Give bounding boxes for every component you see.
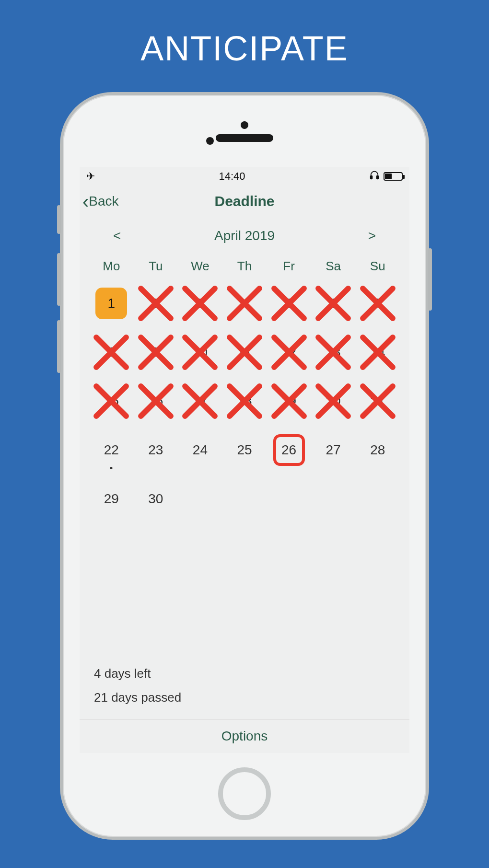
phone-volume-up — [57, 253, 61, 306]
day-cell[interactable]: 23 — [134, 427, 178, 473]
day-number: 16 — [140, 385, 172, 417]
nav-title: Deadline — [214, 193, 274, 209]
back-label: Back — [89, 194, 118, 209]
day-number: 3 — [184, 288, 216, 319]
day-number: 8 — [95, 336, 127, 368]
airplane-mode-icon: ✈ — [86, 170, 95, 183]
day-cell[interactable]: 27 — [311, 427, 356, 473]
day-number: 23 — [140, 434, 172, 466]
day-cell[interactable]: 9 — [134, 329, 178, 375]
day-number: 7 — [362, 288, 394, 319]
day-number: 17 — [184, 385, 216, 417]
phone-volume-down — [57, 320, 61, 373]
day-number: 11 — [229, 336, 260, 368]
weekday-label: Th — [222, 259, 267, 274]
day-number: 28 — [362, 434, 394, 466]
day-cell[interactable]: 29 — [89, 476, 134, 522]
weekday-label: Su — [355, 259, 400, 274]
back-button[interactable]: ‹ Back — [82, 192, 119, 211]
day-cell[interactable]: 24 — [178, 427, 222, 473]
svg-rect-1 — [377, 176, 379, 179]
weekday-label: Sa — [311, 259, 356, 274]
chevron-left-icon: ‹ — [82, 192, 89, 211]
weekday-header: Mo Tu We Th Fr Sa Su — [80, 250, 409, 278]
day-cell[interactable]: 5 — [267, 280, 311, 326]
headphones-icon — [369, 170, 380, 183]
day-cell[interactable]: 16 — [134, 378, 178, 424]
day-number: 13 — [317, 336, 349, 368]
svg-rect-0 — [371, 176, 373, 179]
day-cell[interactable]: 8 — [89, 329, 134, 375]
next-month-button[interactable]: > — [363, 226, 381, 245]
day-cell[interactable]: 14 — [355, 329, 400, 375]
day-number: 12 — [273, 336, 305, 368]
earpiece-speaker — [216, 134, 273, 142]
day-number: 2 — [140, 288, 172, 319]
day-cell[interactable]: 25 — [222, 427, 267, 473]
day-number: 20 — [317, 385, 349, 417]
weekday-label: Tu — [134, 259, 178, 274]
today-indicator — [110, 467, 113, 469]
proximity-sensor — [206, 137, 214, 145]
day-cell[interactable]: 6 — [311, 280, 356, 326]
day-number: 24 — [184, 434, 216, 466]
phone-mute-switch — [57, 205, 61, 234]
app-screen: ✈ 14:40 ‹ Back Deadline — [80, 167, 409, 753]
day-number: 1 — [95, 288, 127, 319]
day-number: 26 — [273, 434, 305, 466]
status-time: 14:40 — [219, 170, 245, 183]
day-number: 30 — [140, 483, 172, 515]
month-label[interactable]: April 2019 — [214, 228, 275, 243]
day-number: 29 — [95, 483, 127, 515]
month-selector: < April 2019 > — [80, 217, 409, 250]
day-number: 21 — [362, 385, 394, 417]
day-cell[interactable]: 26 — [267, 427, 311, 473]
summary-block: 4 days left 21 days passed — [80, 662, 409, 719]
day-cell[interactable]: 19 — [267, 378, 311, 424]
day-cell[interactable]: 15 — [89, 378, 134, 424]
options-button[interactable]: Options — [80, 719, 409, 753]
day-cell[interactable]: 2 — [134, 280, 178, 326]
day-cell[interactable]: 7 — [355, 280, 400, 326]
day-cell[interactable]: 18 — [222, 378, 267, 424]
day-cell[interactable]: 20 — [311, 378, 356, 424]
weekday-label: We — [178, 259, 222, 274]
day-number: 25 — [229, 434, 260, 466]
day-cell[interactable]: 12 — [267, 329, 311, 375]
day-cell[interactable]: 1 — [89, 280, 134, 326]
day-number: 18 — [229, 385, 260, 417]
weekday-label: Fr — [267, 259, 311, 274]
day-cell[interactable]: 13 — [311, 329, 356, 375]
phone-power-button — [428, 248, 432, 311]
day-cell[interactable]: 28 — [355, 427, 400, 473]
battery-icon — [384, 172, 403, 181]
day-number: 22 — [95, 434, 127, 466]
phone-frame: ✈ 14:40 ‹ Back Deadline — [60, 92, 429, 840]
day-number: 9 — [140, 336, 172, 368]
day-number: 6 — [317, 288, 349, 319]
day-cell[interactable]: 3 — [178, 280, 222, 326]
day-cell[interactable]: 10 — [178, 329, 222, 375]
home-button[interactable] — [218, 767, 271, 820]
promo-headline: ANTICIPATE — [140, 29, 348, 68]
day-cell[interactable]: 17 — [178, 378, 222, 424]
day-number: 14 — [362, 336, 394, 368]
day-cell[interactable]: 22 — [89, 427, 134, 473]
day-number: 19 — [273, 385, 305, 417]
day-cell[interactable]: 30 — [134, 476, 178, 522]
calendar-grid: 1234567891011121314151617181920212223242… — [80, 278, 409, 525]
day-number: 4 — [229, 288, 260, 319]
nav-bar: ‹ Back Deadline — [80, 186, 409, 217]
days-passed-label: 21 days passed — [94, 686, 395, 709]
day-cell[interactable]: 11 — [222, 329, 267, 375]
days-left-label: 4 days left — [94, 662, 395, 685]
day-cell[interactable]: 4 — [222, 280, 267, 326]
day-number: 10 — [184, 336, 216, 368]
prev-month-button[interactable]: < — [108, 226, 126, 245]
day-number: 15 — [95, 385, 127, 417]
front-camera — [241, 121, 248, 129]
status-bar: ✈ 14:40 — [80, 167, 409, 186]
day-number: 27 — [317, 434, 349, 466]
day-cell[interactable]: 21 — [355, 378, 400, 424]
weekday-label: Mo — [89, 259, 134, 274]
